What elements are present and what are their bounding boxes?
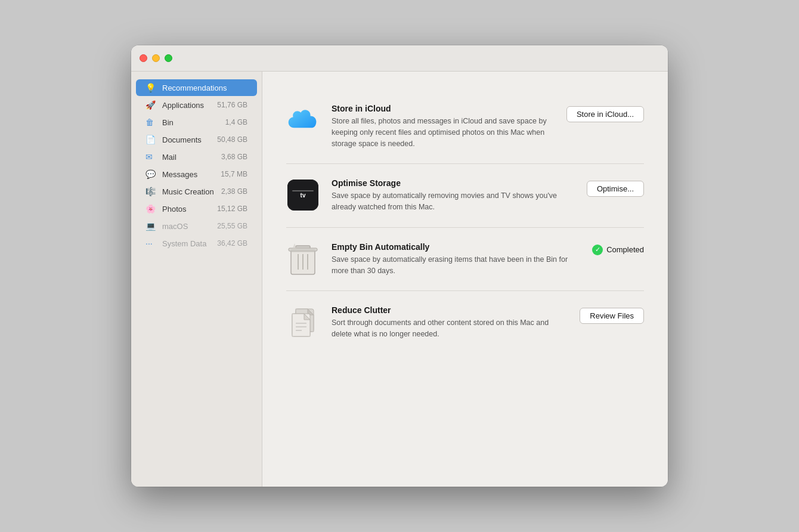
traffic-lights bbox=[140, 54, 172, 62]
window-content: 💡Recommendations🚀Applications51,76 GB🗑Bi… bbox=[131, 72, 668, 487]
sidebar-label-photos: Photos bbox=[162, 205, 215, 214]
rec-title-reduce-clutter: Reduce Clutter bbox=[332, 305, 568, 315]
action-button-reduce-clutter[interactable]: Review Files bbox=[580, 308, 644, 324]
action-button-icloud[interactable]: Store in iCloud... bbox=[566, 106, 644, 122]
sidebar-item-music-creation[interactable]: 🎼Music Creation2,38 GB bbox=[136, 183, 257, 200]
rec-icon-icloud bbox=[286, 104, 320, 137]
recommendation-optimise: tv Optimise StorageSave space by automat… bbox=[286, 164, 644, 228]
sidebar-icon-documents: 📄 bbox=[145, 135, 157, 144]
sidebar-icon-macos: 💻 bbox=[145, 221, 157, 231]
rec-description-icloud: Store all files, photos and messages in … bbox=[332, 116, 555, 149]
rec-icon-empty-bin bbox=[286, 242, 320, 276]
rec-content-optimise: Optimise StorageSave space by automatica… bbox=[332, 178, 575, 213]
sidebar-item-macos[interactable]: 💻macOS25,55 GB bbox=[136, 218, 257, 234]
action-button-optimise[interactable]: Optimise... bbox=[587, 181, 644, 197]
sidebar-label-recommendations: Recommendations bbox=[162, 83, 247, 92]
sidebar-label-macos: macOS bbox=[162, 222, 215, 231]
sidebar-size-documents: 50,48 GB bbox=[217, 135, 247, 144]
rec-content-icloud: Store in iCloudStore all files, photos a… bbox=[332, 104, 555, 149]
sidebar-item-bin[interactable]: 🗑Bin1,4 GB bbox=[136, 114, 257, 131]
sidebar-size-music-creation: 2,38 GB bbox=[221, 187, 247, 196]
sidebar: 💡Recommendations🚀Applications51,76 GB🗑Bi… bbox=[131, 72, 262, 487]
rec-title-empty-bin: Empty Bin Automatically bbox=[332, 242, 580, 252]
sidebar-label-bin: Bin bbox=[162, 118, 223, 127]
sidebar-item-applications[interactable]: 🚀Applications51,76 GB bbox=[136, 97, 257, 113]
recommendation-icloud: Store in iCloudStore all files, photos a… bbox=[286, 89, 644, 164]
sidebar-size-bin: 1,4 GB bbox=[225, 118, 247, 126]
sidebar-item-recommendations[interactable]: 💡Recommendations bbox=[136, 79, 257, 96]
sidebar-size-mail: 3,68 GB bbox=[221, 153, 247, 161]
completed-badge-empty-bin: ✓Completed bbox=[592, 245, 644, 255]
sidebar-item-photos[interactable]: 🌸Photos15,12 GB bbox=[136, 200, 257, 217]
sidebar-icon-recommendations: 💡 bbox=[145, 83, 157, 92]
rec-icon-reduce-clutter bbox=[286, 305, 320, 339]
rec-action-optimise[interactable]: Optimise... bbox=[587, 181, 644, 197]
rec-content-reduce-clutter: Reduce ClutterSort through documents and… bbox=[332, 305, 568, 340]
sidebar-icon-messages: 💬 bbox=[145, 169, 157, 179]
minimize-button[interactable] bbox=[152, 54, 160, 62]
sidebar-size-system-data: 36,42 GB bbox=[217, 239, 247, 248]
sidebar-item-system-data[interactable]: ···System Data36,42 GB bbox=[136, 235, 257, 252]
recommendation-empty-bin: Empty Bin AutomaticallySave space by aut… bbox=[286, 228, 644, 292]
rec-description-empty-bin: Save space by automatically erasing item… bbox=[332, 254, 580, 277]
close-button[interactable] bbox=[140, 54, 147, 62]
rec-content-empty-bin: Empty Bin AutomaticallySave space by aut… bbox=[332, 242, 580, 277]
icloud-svg bbox=[286, 108, 320, 133]
rec-title-icloud: Store in iCloud bbox=[332, 104, 555, 113]
rec-icon-optimise: tv bbox=[286, 178, 320, 212]
sidebar-item-mail[interactable]: ✉Mail3,68 GB bbox=[136, 149, 257, 165]
sidebar-icon-mail: ✉ bbox=[145, 152, 157, 162]
sidebar-item-documents[interactable]: 📄Documents50,48 GB bbox=[136, 131, 257, 148]
maximize-button[interactable] bbox=[165, 54, 172, 62]
sidebar-item-messages[interactable]: 💬Messages15,7 MB bbox=[136, 166, 257, 183]
completed-label: Completed bbox=[606, 245, 644, 254]
sidebar-label-system-data: System Data bbox=[162, 239, 215, 248]
rec-description-optimise: Save space by automatically removing mov… bbox=[332, 190, 575, 213]
sidebar-icon-photos: 🌸 bbox=[145, 204, 157, 214]
rec-title-optimise: Optimise Storage bbox=[332, 178, 575, 188]
bin-svg bbox=[287, 241, 318, 277]
sidebar-label-mail: Mail bbox=[162, 153, 219, 162]
sidebar-label-documents: Documents bbox=[162, 135, 215, 144]
sidebar-icon-music-creation: 🎼 bbox=[145, 187, 157, 196]
files-svg bbox=[287, 304, 318, 340]
recommendation-reduce-clutter: Reduce ClutterSort through documents and… bbox=[286, 291, 644, 354]
sidebar-icon-bin: 🗑 bbox=[145, 117, 157, 127]
svg-text:tv: tv bbox=[301, 192, 306, 199]
main-window: 💡Recommendations🚀Applications51,76 GB🗑Bi… bbox=[131, 45, 668, 487]
sidebar-size-photos: 15,12 GB bbox=[217, 205, 247, 213]
sidebar-size-applications: 51,76 GB bbox=[217, 101, 247, 109]
sidebar-size-macos: 25,55 GB bbox=[217, 222, 247, 230]
titlebar bbox=[131, 45, 668, 72]
rec-action-reduce-clutter[interactable]: Review Files bbox=[580, 308, 644, 324]
rec-action-icloud[interactable]: Store in iCloud... bbox=[566, 106, 644, 122]
sidebar-icon-applications: 🚀 bbox=[145, 100, 157, 110]
sidebar-label-music-creation: Music Creation bbox=[162, 187, 219, 196]
main-content: Store in iCloudStore all files, photos a… bbox=[262, 72, 668, 487]
svg-rect-2 bbox=[292, 190, 314, 191]
rec-description-reduce-clutter: Sort through documents and other content… bbox=[332, 317, 568, 340]
completed-icon: ✓ bbox=[592, 245, 603, 255]
sidebar-label-messages: Messages bbox=[162, 170, 218, 179]
sidebar-label-applications: Applications bbox=[162, 101, 215, 110]
rec-action-empty-bin: ✓Completed bbox=[592, 245, 644, 255]
appletv-icon: tv bbox=[287, 180, 318, 211]
sidebar-size-messages: 15,7 MB bbox=[221, 170, 247, 178]
svg-rect-9 bbox=[291, 249, 315, 252]
sidebar-icon-system-data: ··· bbox=[145, 239, 157, 248]
